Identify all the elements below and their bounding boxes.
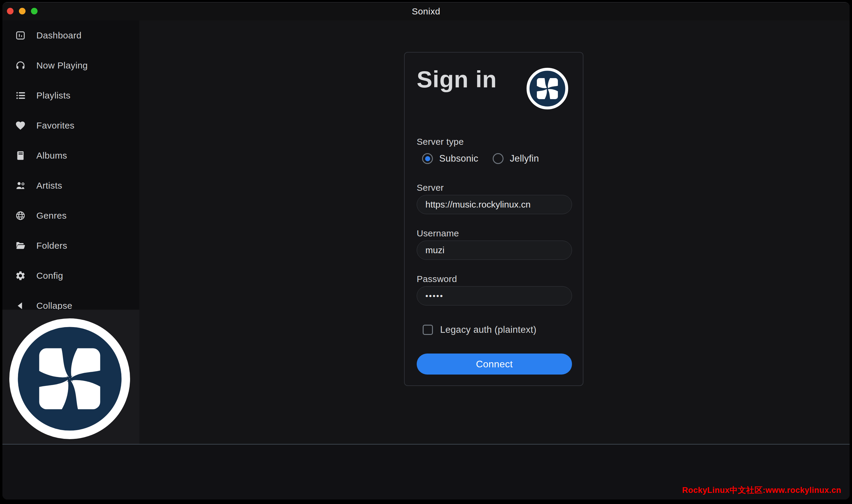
server-type-label: Server type <box>417 137 464 147</box>
sidebar-item-label: Playlists <box>36 90 71 101</box>
sonixd-logo <box>526 68 568 110</box>
sidebar-item-config[interactable]: Config <box>2 261 139 291</box>
minimize-button[interactable] <box>19 8 25 14</box>
heart-icon <box>15 120 26 131</box>
radio-subsonic[interactable] <box>422 153 433 164</box>
password-input[interactable] <box>417 286 572 305</box>
username-input[interactable] <box>417 240 572 260</box>
sidebar-item-folders[interactable]: Folders <box>2 231 139 261</box>
close-button[interactable] <box>7 8 14 14</box>
gear-icon <box>15 270 26 281</box>
username-label: Username <box>417 228 459 238</box>
titlebar: Sonixd <box>2 2 850 20</box>
server-input[interactable] <box>417 195 572 214</box>
people-icon <box>15 180 26 191</box>
globe-icon <box>15 210 26 221</box>
sidebar-item-albums[interactable]: Albums <box>2 141 139 170</box>
server-label: Server <box>417 183 444 193</box>
sidebar-item-now-playing[interactable]: Now Playing <box>2 51 139 80</box>
app-window: Sonixd Dashboard Now Playing Playlists <box>2 2 850 500</box>
sonixd-logo <box>9 318 131 440</box>
server-type-group: Subsonic Jellyfin <box>422 153 539 164</box>
zoom-button[interactable] <box>31 8 38 14</box>
window-controls <box>7 8 38 14</box>
sidebar-item-label: Albums <box>36 150 67 161</box>
list-icon <box>15 90 26 101</box>
sidebar: Dashboard Now Playing Playlists Favorite… <box>2 20 139 312</box>
signin-card: Sign in Server type Subsonic Jellyfin Se… <box>404 52 583 386</box>
sidebar-item-label: Collapse <box>36 301 72 311</box>
playerbar: RockyLinux中文社区:www.rockylinux.cn <box>2 445 850 500</box>
dashboard-icon <box>15 30 26 41</box>
sidebar-item-favorites[interactable]: Favorites <box>2 110 139 141</box>
sidebar-item-playlists[interactable]: Playlists <box>2 80 139 110</box>
radio-subsonic-label[interactable]: Subsonic <box>439 153 478 164</box>
sidebar-item-label: Dashboard <box>36 30 82 40</box>
sidebar-item-label: Artists <box>36 181 62 191</box>
sidebar-item-label: Genres <box>36 211 67 221</box>
sidebar-item-genres[interactable]: Genres <box>2 201 139 231</box>
sidebar-item-label: Config <box>36 271 63 281</box>
sidebar-logo-panel <box>2 310 139 444</box>
sidebar-item-label: Now Playing <box>36 60 88 71</box>
sidebar-item-label: Favorites <box>36 121 74 131</box>
legacy-auth-row[interactable]: Legacy auth (plaintext) <box>423 324 536 335</box>
headphones-icon <box>15 60 26 71</box>
connect-button[interactable]: Connect <box>417 354 572 375</box>
password-label: Password <box>417 274 457 284</box>
community-watermark: RockyLinux中文社区:www.rockylinux.cn <box>682 485 841 496</box>
legacy-auth-label: Legacy auth (plaintext) <box>440 324 536 335</box>
radio-jellyfin[interactable] <box>493 153 503 164</box>
window-title: Sonixd <box>2 2 850 20</box>
folder-open-icon <box>15 240 26 251</box>
radio-jellyfin-label[interactable]: Jellyfin <box>510 153 539 164</box>
signin-title: Sign in <box>417 66 497 93</box>
book-icon <box>15 150 26 161</box>
legacy-auth-checkbox[interactable] <box>423 325 433 335</box>
sidebar-item-dashboard[interactable]: Dashboard <box>2 20 139 51</box>
sidebar-item-artists[interactable]: Artists <box>2 170 139 201</box>
sidebar-item-label: Folders <box>36 240 67 251</box>
